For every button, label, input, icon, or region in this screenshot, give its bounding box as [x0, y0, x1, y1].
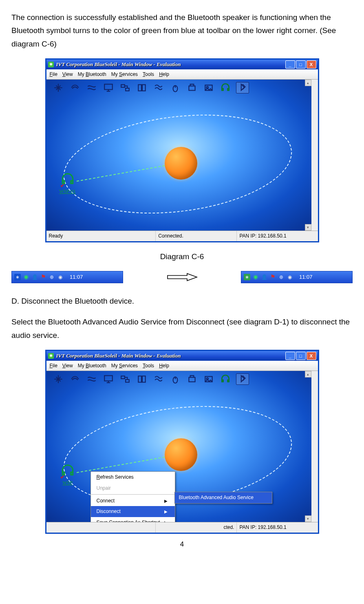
bpp-icon[interactable] — [236, 82, 249, 93]
status-connected: cted. — [156, 522, 237, 532]
tray-shield-icon[interactable]: ◉ — [252, 274, 259, 280]
scroll-down-button[interactable]: ▾ — [305, 515, 311, 522]
tray-flag-icon[interactable]: ⚑ — [40, 274, 46, 280]
paired-check-icon: ✔ — [60, 182, 64, 190]
tray-volume-icon[interactable]: ◉ — [287, 274, 293, 280]
av-icon[interactable] — [219, 82, 232, 93]
tray-bluetooth-icon-blue[interactable]: ∗ — [14, 274, 21, 280]
section-d-heading: D. Disconnect the Bluetooth device. — [11, 295, 353, 308]
remote-device-wsp01[interactable]: ✔ WSP — [59, 463, 77, 487]
svg-rect-10 — [121, 376, 125, 379]
tray-network-icon[interactable]: ⊕ — [49, 274, 55, 280]
maximize-button[interactable]: □ — [296, 60, 306, 69]
minimize-button[interactable]: _ — [285, 60, 295, 69]
menu-item-refresh[interactable]: Refresh Services — [91, 472, 175, 482]
ftp-icon[interactable] — [119, 374, 131, 384]
menu-item-unpair: Unpair — [91, 483, 175, 493]
svg-rect-15 — [189, 378, 195, 382]
remote-device-wsp01[interactable]: ✔ WSP-01 — [59, 172, 77, 195]
menu-item-connect[interactable]: Connect▶ — [91, 495, 175, 506]
dun-icon[interactable] — [69, 374, 81, 384]
tray-user-icon[interactable]: 👤 — [261, 274, 267, 280]
close-button[interactable]: X — [307, 60, 316, 69]
menu-file[interactable]: File — [50, 362, 57, 370]
menu-my-bluetooth[interactable]: My Bluetooth — [78, 362, 106, 370]
serial-icon[interactable] — [86, 82, 98, 93]
sync-icon[interactable] — [136, 374, 148, 384]
svg-rect-4 — [142, 85, 146, 91]
bluetooth-icon: ✱ — [48, 353, 54, 359]
menu-help[interactable]: Help — [159, 70, 169, 78]
status-bar: cted. PAN IP: 192.168.50.1 — [46, 522, 318, 532]
menu-help[interactable]: Help — [159, 362, 169, 370]
tray-time: 11:07 — [70, 273, 83, 282]
scroll-up-button[interactable]: ▴ — [305, 371, 311, 378]
sync-icon[interactable] — [136, 82, 148, 93]
section-d-paragraph: Select the Bluetooth Advanced Audio Serv… — [11, 315, 353, 342]
hid-icon[interactable] — [169, 374, 181, 384]
titlebar[interactable]: ✱ IVT Corporation BlueSoleil - Main Wind… — [46, 60, 318, 69]
menu-tools[interactable]: Tools — [143, 70, 154, 78]
status-connected: Connected. — [156, 231, 237, 241]
status-panip: PAN IP: 192.168.50.1 — [237, 231, 318, 241]
minimize-button[interactable]: _ — [285, 352, 295, 360]
svg-rect-2 — [126, 88, 129, 91]
dun-icon[interactable] — [69, 82, 81, 93]
svg-rect-0 — [104, 84, 113, 90]
bluetooth-icon: ✱ — [48, 62, 54, 67]
bluesoleil-window-d1: ✱ IVT Corporation BlueSoleil - Main Wind… — [45, 350, 319, 534]
menu-my-services[interactable]: My Services — [111, 70, 138, 78]
tray-bluetooth-icon-green[interactable]: ∗ — [244, 274, 250, 280]
local-device-icon[interactable] — [165, 438, 197, 471]
fax-icon[interactable] — [186, 82, 198, 93]
menu-file[interactable]: File — [50, 70, 57, 78]
svg-rect-6 — [189, 86, 195, 91]
lan-icon[interactable] — [102, 82, 115, 93]
client-area: ✔ WSP-01 ▴ ▾ — [46, 80, 318, 231]
pan-icon[interactable] — [52, 374, 64, 384]
scroll-up-button[interactable]: ▴ — [305, 80, 311, 86]
tray-time: 11:07 — [299, 273, 313, 282]
bluesoleil-window-c6: ✱ IVT Corporation BlueSoleil - Main Wind… — [45, 58, 319, 242]
hid-icon[interactable] — [169, 82, 181, 93]
menu-my-services[interactable]: My Services — [111, 362, 138, 370]
menu-bar: File View My Bluetooth My Services Tools… — [46, 69, 318, 80]
ftp-icon[interactable] — [119, 82, 131, 93]
menu-view[interactable]: View — [62, 362, 73, 370]
fax-icon[interactable] — [186, 374, 198, 384]
tray-network-icon[interactable]: ⊕ — [278, 274, 285, 280]
lan-icon[interactable] — [102, 374, 115, 384]
local-device-icon[interactable] — [165, 147, 197, 180]
av-icon[interactable] — [219, 374, 232, 384]
status-ready — [46, 522, 156, 532]
menu-tools[interactable]: Tools — [143, 362, 154, 370]
image-icon[interactable] — [203, 374, 215, 384]
bpp-icon[interactable] — [236, 373, 249, 385]
opp-icon[interactable] — [152, 82, 165, 93]
tray-volume-icon[interactable]: ◉ — [57, 274, 64, 280]
svg-rect-9 — [104, 376, 113, 381]
menu-my-bluetooth[interactable]: My Bluetooth — [78, 70, 106, 78]
service-toolbar — [52, 373, 295, 385]
scroll-down-button[interactable]: ▾ — [305, 224, 311, 231]
window-title: IVT Corporation BlueSoleil - Main Window… — [56, 60, 285, 69]
menu-view[interactable]: View — [62, 70, 73, 78]
titlebar[interactable]: ✱ IVT Corporation BlueSoleil - Main Wind… — [46, 351, 318, 361]
menu-item-disconnect[interactable]: Disconnect▶ — [91, 506, 175, 517]
maximize-button[interactable]: □ — [296, 352, 306, 360]
page-number: 4 — [11, 539, 353, 551]
client-area: ✔ WSP ▴ ▾ Refresh Services Unpair Connec… — [46, 371, 318, 522]
tray-flag-icon[interactable]: ⚑ — [269, 274, 276, 280]
opp-icon[interactable] — [152, 374, 165, 384]
intro-paragraph: The connection is successfully establish… — [11, 11, 353, 51]
submenu-item-advanced-audio[interactable]: Bluetooth Advanced Audio Service — [175, 492, 272, 503]
menu-item-save-shortcut[interactable]: Save Connection As Shortcut▶ — [91, 517, 175, 522]
tray-user-icon[interactable]: 👤 — [31, 274, 38, 280]
close-button[interactable]: X — [307, 352, 316, 360]
diagram-c6-caption: Diagram C-6 — [11, 250, 353, 263]
service-toolbar — [52, 82, 295, 93]
pan-icon[interactable] — [52, 82, 64, 93]
tray-shield-icon[interactable]: ◉ — [23, 274, 29, 280]
serial-icon[interactable] — [86, 374, 98, 384]
image-icon[interactable] — [203, 82, 215, 93]
